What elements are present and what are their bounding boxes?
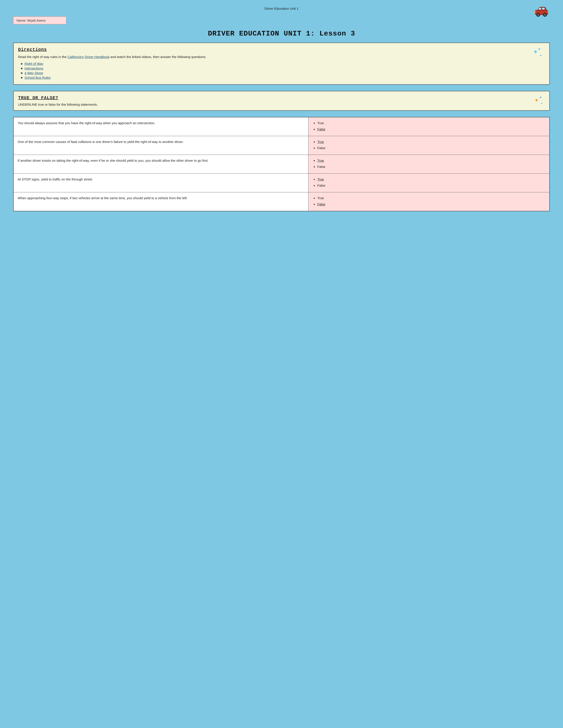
svg-text:✦: ✦ xyxy=(539,95,542,100)
svg-point-9 xyxy=(544,14,546,16)
car-icon: ✦ ✦ ✦ xyxy=(534,4,550,19)
header-row: Driver Education Unit 1 ✦ ✦ ✦ xyxy=(13,7,550,10)
svg-text:✦: ✦ xyxy=(539,54,542,57)
answer-cell: True False xyxy=(308,136,550,155)
statement-cell: At STOP signs, yield to traffic on the t… xyxy=(13,174,308,192)
statement-cell: When approaching four-way stops, if two … xyxy=(13,192,308,211)
svg-rect-11 xyxy=(535,11,536,12)
answer-option: False xyxy=(317,164,545,169)
statement-text: When approaching four-way stops, if two … xyxy=(18,196,188,200)
directions-text2: and watch the linked videos, then answer… xyxy=(109,55,206,59)
star-icon: ★ xyxy=(20,62,23,66)
svg-rect-4 xyxy=(539,8,541,10)
answer-cell: True False xyxy=(308,174,550,192)
star-icon: ★ xyxy=(20,67,23,70)
answer-cell: True False xyxy=(308,117,550,136)
true-false-section: TRUE OR FALSE? UNDERLINE true or false f… xyxy=(13,91,550,111)
statement-cell: One of the most common causes of fatal c… xyxy=(13,136,308,155)
statement-text: One of the most common causes of fatal c… xyxy=(18,140,184,144)
list-item: ★ Right of Way xyxy=(20,62,545,66)
svg-point-7 xyxy=(537,14,539,16)
table-row: You should always assume that you have t… xyxy=(13,117,550,136)
true-false-subtext: UNDERLINE true or false for the followin… xyxy=(18,103,545,106)
sparkles-decoration-2: ✦ ✦ ✦ xyxy=(533,94,545,108)
answer-option: False xyxy=(317,127,545,132)
statement-cell: If another driver insists on taking the … xyxy=(13,155,308,174)
statement-text: You should always assume that you have t… xyxy=(18,121,155,125)
directions-section: Directions Read the right of way rules i… xyxy=(13,43,550,85)
svg-text:✦: ✦ xyxy=(540,102,543,105)
handbook-link[interactable]: Driver Handbook xyxy=(85,55,109,59)
4-way-stops-link[interactable]: 4 Way Stops xyxy=(24,71,43,75)
svg-rect-10 xyxy=(548,11,549,12)
svg-text:✦: ✦ xyxy=(538,47,541,51)
svg-text:✦: ✦ xyxy=(546,5,548,6)
statement-cell: You should always assume that you have t… xyxy=(13,117,308,136)
svg-text:✦: ✦ xyxy=(534,97,539,103)
california-link[interactable]: California's xyxy=(67,55,84,59)
svg-rect-5 xyxy=(542,8,545,10)
answer-option: True xyxy=(317,139,545,144)
answer-option: True xyxy=(317,177,545,182)
directions-body: Read the right of way rules in the Calif… xyxy=(18,54,545,60)
answer-option: True xyxy=(317,195,545,201)
answer-option: False xyxy=(317,183,545,188)
intersections-link[interactable]: Intersections xyxy=(24,66,43,70)
topic-links-list: ★ Right of Way ★ Intersections ★ 4 Way S… xyxy=(18,62,545,79)
true-false-heading: TRUE OR FALSE? xyxy=(18,95,545,100)
table-row: If another driver insists on taking the … xyxy=(13,155,550,174)
answer-option: False xyxy=(317,145,545,151)
page-title: DRIVER EDUCATION UNIT 1: Lesson 3 xyxy=(13,30,550,38)
list-item: ★ Intersections xyxy=(20,66,545,70)
sparkles-decoration-1: ✦ ✦ ✦ xyxy=(533,46,545,60)
star-icon: ★ xyxy=(20,71,23,75)
svg-text:✦: ✦ xyxy=(533,49,538,55)
answer-cell: True False xyxy=(308,192,550,211)
table-row: One of the most common causes of fatal c… xyxy=(13,136,550,155)
statement-text: If another driver insists on taking the … xyxy=(18,159,208,162)
answer-option: False xyxy=(317,202,545,207)
directions-text1: Read the right of way rules in the xyxy=(18,55,67,59)
directions-heading: Directions xyxy=(18,47,545,52)
right-of-way-link[interactable]: Right of Way xyxy=(24,62,43,66)
svg-text:✦: ✦ xyxy=(548,6,549,8)
school-bus-rules-link[interactable]: School Bus Rules xyxy=(24,76,51,79)
statement-text: At STOP signs, yield to traffic on the t… xyxy=(18,177,93,181)
star-icon: ★ xyxy=(20,76,23,79)
true-false-table: You should always assume that you have t… xyxy=(13,117,550,211)
table-row: At STOP signs, yield to traffic on the t… xyxy=(13,174,550,192)
table-row: When approaching four-way stops, if two … xyxy=(13,192,550,211)
name-box: Name: Wyatt Asevo xyxy=(13,17,66,24)
list-item: ★ School Bus Rules xyxy=(20,76,545,79)
answer-option: True xyxy=(317,120,545,126)
header-title: Driver Education Unit 1 xyxy=(13,7,550,10)
list-item: ★ 4 Way Stops xyxy=(20,71,545,75)
answer-cell: True False xyxy=(308,155,550,174)
answer-option: True xyxy=(317,158,545,163)
